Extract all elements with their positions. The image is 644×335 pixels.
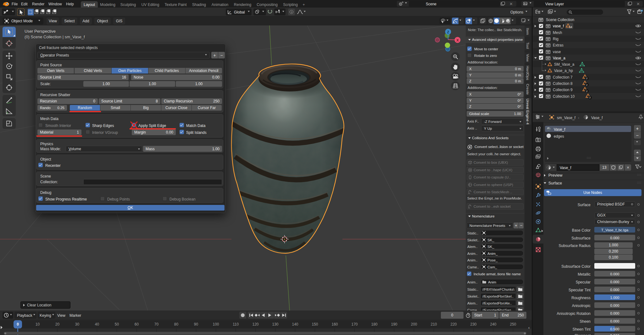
svg-text:Z: Z [447,30,449,34]
svg-text:X: X [456,38,459,42]
